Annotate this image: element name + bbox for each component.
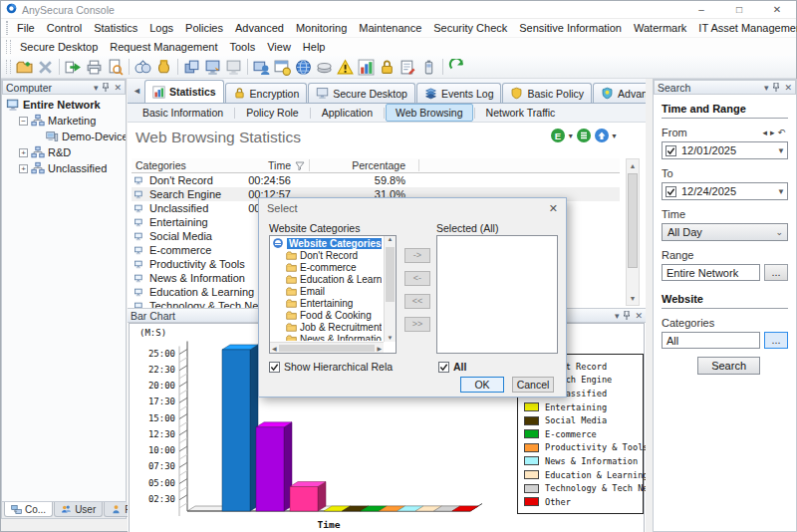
export-list-button[interactable]: [576, 128, 592, 143]
menu-item-watermark[interactable]: Watermark: [628, 20, 692, 36]
column-header-percentage[interactable]: Percentage: [316, 159, 405, 171]
tree-vertical-scrollbar[interactable]: ▲ ▼: [384, 236, 396, 342]
chevron-down-icon[interactable]: ▼: [777, 187, 785, 196]
reset-period-icon[interactable]: ↶: [777, 128, 788, 137]
scroll-down-icon[interactable]: ▼: [385, 335, 396, 341]
menu-item-logs[interactable]: Logs: [143, 20, 179, 36]
menu-item-view[interactable]: View: [261, 39, 297, 55]
scrollbar-thumb[interactable]: [628, 173, 638, 268]
dialog-tree-root[interactable]: Website Categories: [272, 237, 382, 249]
table-scrollbar[interactable]: ▲ ▼: [626, 158, 640, 306]
subtab-policy-role[interactable]: Policy Role: [236, 104, 309, 122]
toolbar-refresh-icon[interactable]: [446, 57, 467, 77]
dialog-tree-item-e-commerce[interactable]: E-commerce: [272, 261, 382, 273]
chevron-down-icon[interactable]: ▼: [777, 146, 785, 155]
expand-icon[interactable]: +: [19, 164, 28, 173]
all-checkbox[interactable]: All: [438, 361, 466, 373]
toolbar-print-icon[interactable]: [84, 57, 105, 77]
chevron-down-icon[interactable]: ▾: [764, 83, 769, 93]
toolbar-print-preview-icon[interactable]: [105, 57, 126, 77]
toolbar-globe-icon[interactable]: [293, 57, 314, 77]
close-icon[interactable]: ✕: [758, 1, 796, 19]
dialog-tree-item-don-t-record[interactable]: Don't Record: [272, 249, 382, 261]
toolbar-statistics-chart-icon[interactable]: [356, 57, 377, 77]
pin-icon[interactable]: [772, 83, 780, 92]
prev-period-icon[interactable]: ◂: [762, 128, 770, 137]
chevron-down-icon[interactable]: ▾: [615, 311, 620, 321]
bottom-tab-co[interactable]: Co...: [4, 502, 53, 517]
export-excel-button[interactable]: E▼: [550, 128, 574, 143]
menu-item-advanced[interactable]: Advanced: [229, 20, 290, 36]
toolbar-monitor-policy-icon[interactable]: [202, 57, 223, 77]
tab-basic-policy[interactable]: Basic Policy: [502, 83, 592, 103]
menu-item-monitoring[interactable]: Monitoring: [290, 20, 353, 36]
move-all-right-button[interactable]: >>: [404, 317, 430, 332]
categories-input[interactable]: All: [662, 332, 760, 349]
maximize-icon[interactable]: □: [720, 1, 758, 19]
dialog-tree-item-job-recruitment[interactable]: Job & Recruitment: [272, 321, 382, 333]
scroll-top-button[interactable]: ▼: [594, 128, 618, 143]
scroll-right-icon[interactable]: ▶: [377, 345, 382, 352]
toolbar-monitor-disabled-icon[interactable]: [223, 57, 244, 77]
move-all-left-button[interactable]: <<: [404, 294, 430, 309]
move-right-button[interactable]: ->: [404, 248, 430, 263]
cancel-button[interactable]: Cancel: [512, 377, 554, 393]
toolbar-notify-jar-icon[interactable]: [153, 57, 174, 77]
ok-button[interactable]: OK: [460, 377, 504, 393]
menu-item-maintenance[interactable]: Maintenance: [353, 20, 427, 36]
tree-item-unclassified[interactable]: +Unclassified: [2, 160, 126, 176]
scroll-left-icon[interactable]: ◀: [272, 345, 277, 352]
tree-item-entire-network[interactable]: Entire Network: [2, 97, 126, 113]
chevron-down-icon[interactable]: ▾: [94, 83, 99, 93]
dialog-tree-item-food-cooking[interactable]: Food & Cooking: [272, 309, 382, 321]
toolbar-folder-add-icon[interactable]: [14, 57, 35, 77]
search-button[interactable]: Search: [697, 357, 760, 375]
scroll-up-icon[interactable]: ▲: [627, 159, 639, 172]
close-icon[interactable]: ✕: [635, 311, 643, 321]
menu-item-file[interactable]: File: [11, 20, 41, 36]
expand-icon[interactable]: +: [19, 148, 28, 157]
toolbar-export-run-icon[interactable]: [63, 57, 84, 77]
toolbar-warning-icon[interactable]: [335, 57, 356, 77]
menu-item-tools[interactable]: Tools: [224, 39, 262, 55]
menu-item-control[interactable]: Control: [41, 20, 88, 36]
tab-encryption[interactable]: Encryption: [225, 83, 308, 103]
toolbar-user-computer-icon[interactable]: [251, 57, 272, 77]
menu-item-statistics[interactable]: Statistics: [88, 20, 143, 36]
from-date-field[interactable]: 12/01/2025 ▼: [662, 141, 788, 159]
menu-item-help[interactable]: Help: [297, 39, 332, 55]
column-header-time[interactable]: Time: [241, 159, 291, 171]
move-left-button[interactable]: <-: [404, 271, 430, 286]
table-row-don-t-record[interactable]: Don't Record00:24:5659.8%: [132, 173, 620, 187]
toolbar-lock-icon[interactable]: [377, 57, 398, 77]
minimize-icon[interactable]: –: [682, 1, 720, 19]
to-date-checkbox[interactable]: [665, 186, 676, 197]
tree-item-demo-device[interactable]: Demo-Device: [2, 129, 126, 144]
close-icon[interactable]: ✕: [114, 83, 122, 93]
collapse-icon[interactable]: −: [19, 117, 28, 126]
dialog-tree-item-news-information[interactable]: News & Information: [272, 333, 382, 341]
dialog-tree-item-education-learning[interactable]: Education & Learning: [272, 273, 382, 285]
toolbar-copy-group-icon[interactable]: [181, 57, 202, 77]
toolbar-window-message-icon[interactable]: [272, 57, 293, 77]
tab-statistics[interactable]: Statistics: [144, 80, 224, 103]
tab-events-log[interactable]: Events Log: [416, 83, 502, 103]
subtab-network-traffic[interactable]: Network Traffic: [476, 104, 566, 122]
dialog-tree-item-email[interactable]: Email: [272, 285, 382, 297]
dialog-tree-item-entertaining[interactable]: Entertaining: [272, 297, 382, 309]
website-categories-tree[interactable]: Website CategoriesDon't RecordE-commerce…: [269, 235, 397, 354]
column-header-categories[interactable]: Categories: [135, 159, 186, 171]
bottom-tab-user[interactable]: User: [54, 502, 103, 517]
tabs-scroll-left-icon[interactable]: ◄: [130, 86, 144, 96]
categories-browse-button[interactable]: ...: [764, 332, 788, 349]
toolbar-delete-x-icon[interactable]: [35, 57, 56, 77]
subtab-web-browsing[interactable]: Web Browsing: [386, 104, 473, 122]
toolbar-log-note-icon[interactable]: [398, 57, 418, 77]
scrollbar-thumb[interactable]: [386, 247, 395, 302]
menu-item-sensitive-information[interactable]: Sensitive Information: [513, 20, 628, 36]
scroll-up-icon[interactable]: ▲: [385, 236, 396, 242]
dialog-titlebar[interactable]: Select ✕: [259, 198, 566, 218]
to-date-field[interactable]: 12/24/2025 ▼: [662, 182, 788, 200]
selected-list[interactable]: [436, 235, 558, 354]
tree-item-r-d[interactable]: +R&D: [2, 144, 126, 160]
